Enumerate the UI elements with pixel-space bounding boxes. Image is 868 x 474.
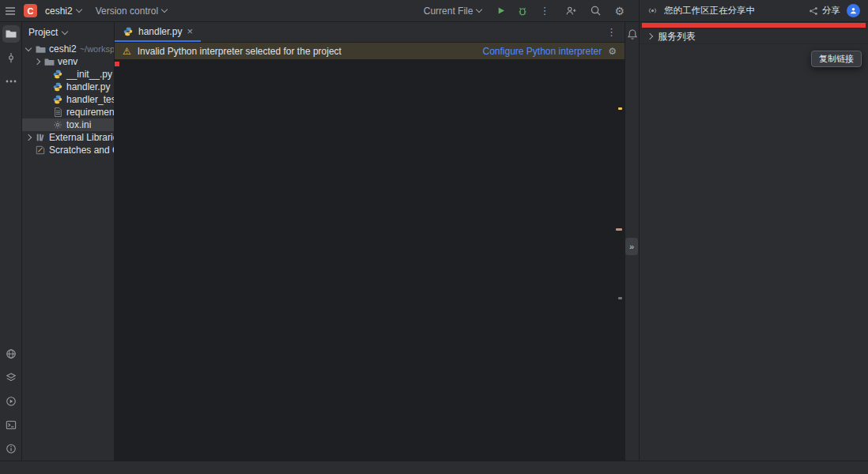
project-tool-icon[interactable] xyxy=(2,25,20,43)
tree-item-label: External Libraries xyxy=(49,132,114,143)
tree-item-label: Scratches and Consoles xyxy=(49,145,114,156)
chevron-down-icon xyxy=(25,48,32,51)
copy-link-tooltip: 复制链接 xyxy=(811,51,862,67)
tree-item-label: __init__.py xyxy=(66,69,112,80)
terminal-icon[interactable] xyxy=(2,416,20,434)
close-icon[interactable]: × xyxy=(187,26,193,36)
scrollbar-mark xyxy=(618,107,622,110)
tree-item-ceshi2[interactable]: ceshi2 ~/workspace/... xyxy=(22,43,114,55)
tree-item-hint: ~/workspace/... xyxy=(80,44,114,54)
more-actions-icon[interactable]: ⋮ xyxy=(539,6,549,16)
tree-item--init-py[interactable]: __init__.py xyxy=(22,68,114,81)
run-tool-icon[interactable] xyxy=(2,393,20,410)
right-toolbar-strip: » xyxy=(625,22,639,461)
tree-item-label: requirements.txt xyxy=(66,107,114,118)
library-icon xyxy=(35,133,46,142)
tab-handler-py[interactable]: handler.py × xyxy=(115,22,201,42)
python-file-icon xyxy=(123,27,134,36)
chevron-right-icon xyxy=(647,33,653,40)
activity-bar xyxy=(0,22,22,461)
tab-options-icon[interactable]: ⋮ xyxy=(606,26,625,38)
project-widget[interactable]: C ceshi2 xyxy=(24,4,85,18)
project-name: ceshi2 xyxy=(45,6,73,17)
interpreter-warning-banner: ⚠ Invalid Python interpreter selected fo… xyxy=(115,43,625,60)
editor-tab-bar: handler.py × ⋮ xyxy=(115,22,625,43)
tree-item-external-libraries[interactable]: External Libraries xyxy=(22,131,114,144)
section-service-list[interactable]: 服务列表 xyxy=(640,29,868,44)
config-icon xyxy=(52,120,63,130)
chevron-right-icon xyxy=(34,59,40,64)
settings-gear-icon[interactable]: ⚙ xyxy=(614,6,625,17)
problems-info-icon[interactable] xyxy=(2,440,20,457)
vcs-widget[interactable]: Version control xyxy=(92,4,170,18)
services-layers-icon[interactable] xyxy=(2,369,20,386)
more-tools-icon[interactable] xyxy=(2,73,20,90)
configure-interpreter-link[interactable]: Configure Python interpreter xyxy=(482,46,602,57)
warning-icon: ⚠ xyxy=(123,46,131,57)
banner-message: Invalid Python interpreter selected for … xyxy=(138,46,342,57)
tree-item-label: venv xyxy=(58,56,77,67)
run-configuration-select[interactable]: Current File xyxy=(421,4,485,18)
chevron-down-icon xyxy=(75,6,81,13)
tree-item-label: tox.ini xyxy=(66,119,91,130)
workspace-sharing-status: 您的工作区正在分享中 xyxy=(664,5,755,17)
tree-item-venv[interactable]: venv xyxy=(22,55,114,68)
tree-item-scratches-and-consoles[interactable]: Scratches and Consoles xyxy=(22,144,114,156)
debug-button[interactable] xyxy=(517,6,528,17)
project-tree: ceshi2 ~/workspace/...venv__init__.pyhan… xyxy=(22,43,114,156)
run-button[interactable] xyxy=(496,6,506,16)
search-icon[interactable] xyxy=(590,5,602,17)
function-compute-panel: 复制链接 服务列表 xyxy=(639,22,868,461)
folder-icon xyxy=(43,58,55,66)
python-icon xyxy=(52,70,63,79)
chevron-down-icon xyxy=(161,6,168,13)
function-list: 复制链接 xyxy=(640,22,868,29)
scratch-icon xyxy=(35,145,46,155)
code-with-me-icon[interactable] xyxy=(565,6,577,17)
tree-item-label: handler.py xyxy=(66,81,110,92)
share-button[interactable]: 分享 xyxy=(809,5,840,17)
main-menu-icon[interactable] xyxy=(5,6,16,16)
chevron-down-icon xyxy=(476,6,482,13)
tree-item-tox-ini[interactable]: tox.ini xyxy=(22,118,114,131)
share-icon xyxy=(809,6,818,16)
annotation-highlight-panel xyxy=(642,23,866,28)
tree-item-handler-test-py[interactable]: handler_test.py xyxy=(22,93,114,106)
notifications-bell-icon[interactable] xyxy=(627,28,638,40)
editor-area: handler.py × ⋮ ⚠ Invalid Python interpre… xyxy=(115,22,625,461)
status-bar xyxy=(0,461,868,474)
project-logo: C xyxy=(24,4,37,17)
tree-item-label: handler_test.py xyxy=(66,94,114,105)
scrollbar-mark xyxy=(618,297,622,299)
chevron-down-icon xyxy=(62,28,68,34)
annotation-highlight-editor xyxy=(115,62,119,66)
banner-settings-icon[interactable]: ⚙ xyxy=(608,47,617,56)
code-editor[interactable] xyxy=(115,60,625,461)
python-icon xyxy=(52,95,63,104)
sharing-indicator-icon xyxy=(647,6,658,16)
python-icon xyxy=(52,82,63,92)
endpoints-globe-icon[interactable] xyxy=(2,345,20,363)
tree-item-requirements-txt[interactable]: requirements.txt xyxy=(22,106,114,118)
tree-item-handler-py[interactable]: handler.py xyxy=(22,81,114,93)
folder-icon xyxy=(35,45,46,54)
commit-tool-icon[interactable] xyxy=(2,49,20,66)
textfile-icon xyxy=(52,107,63,117)
scrollbar-mark xyxy=(616,228,622,231)
project-panel: Project ceshi2 ~/workspace/...venv__init… xyxy=(22,22,115,461)
user-avatar[interactable] xyxy=(847,4,860,17)
title-bar: C ceshi2 Version control Current File xyxy=(0,0,868,22)
project-panel-header[interactable]: Project xyxy=(22,22,114,43)
chevron-right-icon xyxy=(25,135,32,140)
ide-window: C ceshi2 Version control Current File xyxy=(0,0,868,474)
workspace-share-bar: 您的工作区正在分享中 分享 xyxy=(639,0,868,21)
tree-item-label: ceshi2 xyxy=(49,43,77,55)
panel-collapse-chevrons-icon[interactable]: » xyxy=(625,238,638,255)
